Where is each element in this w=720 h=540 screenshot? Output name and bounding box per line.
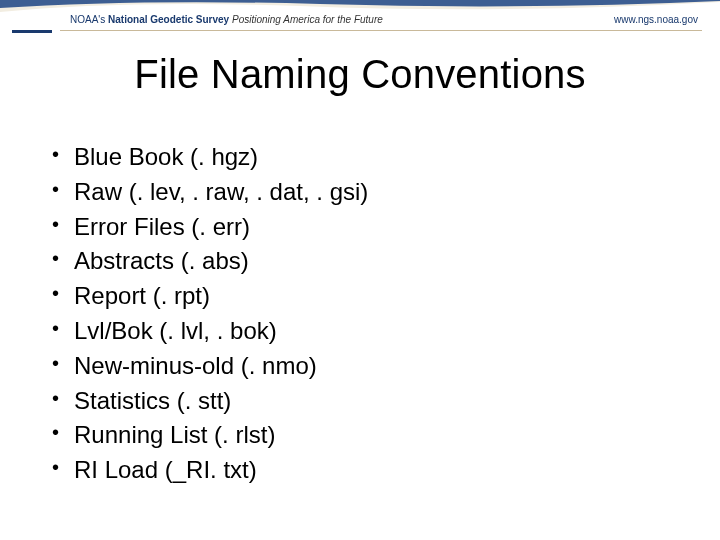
list-item-text: Error Files (. err) bbox=[74, 213, 250, 240]
list-item: Raw (. lev, . raw, . dat, . gsi) bbox=[46, 175, 680, 210]
list-item-text: Running List (. rlst) bbox=[74, 421, 275, 448]
list-item-text: RI Load (_RI. txt) bbox=[74, 456, 257, 483]
list-item-text: Blue Book (. hgz) bbox=[74, 143, 258, 170]
list-item: Lvl/Bok (. lvl, . bok) bbox=[46, 314, 680, 349]
list-item: RI Load (_RI. txt) bbox=[46, 453, 680, 488]
bullet-list: Blue Book (. hgz) Raw (. lev, . raw, . d… bbox=[46, 140, 680, 488]
list-item: New-minus-old (. nmo) bbox=[46, 349, 680, 384]
header-rule bbox=[60, 30, 702, 31]
header-url: www.ngs.noaa.gov bbox=[614, 14, 698, 25]
header-bar: NOAA's National Geodetic Survey Position… bbox=[0, 8, 720, 30]
list-item: Abstracts (. abs) bbox=[46, 244, 680, 279]
slide-title: File Naming Conventions bbox=[0, 52, 720, 97]
list-item: Error Files (. err) bbox=[46, 210, 680, 245]
header-tagline: Positioning America for the Future bbox=[232, 14, 383, 25]
list-item-text: Lvl/Bok (. lvl, . bok) bbox=[74, 317, 277, 344]
header-rule-accent bbox=[12, 30, 52, 33]
list-item-text: New-minus-old (. nmo) bbox=[74, 352, 317, 379]
list-item: Report (. rpt) bbox=[46, 279, 680, 314]
header-org-bold: National Geodetic Survey bbox=[108, 14, 229, 25]
header-org: NOAA's National Geodetic Survey Position… bbox=[70, 14, 383, 25]
header-org-prefix: NOAA's bbox=[70, 14, 105, 25]
list-item-text: Statistics (. stt) bbox=[74, 387, 231, 414]
list-item-text: Raw (. lev, . raw, . dat, . gsi) bbox=[74, 178, 368, 205]
list-item-text: Report (. rpt) bbox=[74, 282, 210, 309]
list-item-text: Abstracts (. abs) bbox=[74, 247, 249, 274]
list-item: Statistics (. stt) bbox=[46, 384, 680, 419]
list-item: Blue Book (. hgz) bbox=[46, 140, 680, 175]
list-item: Running List (. rlst) bbox=[46, 418, 680, 453]
